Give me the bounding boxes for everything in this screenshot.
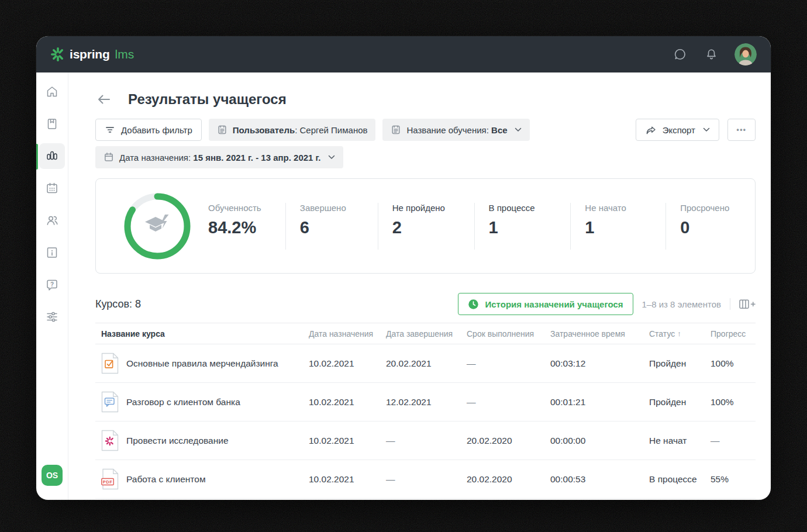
clock-icon — [468, 299, 479, 310]
ispring-asterisk-icon — [50, 47, 65, 62]
reports-icon — [45, 149, 59, 163]
book-icon — [45, 117, 59, 131]
clipboard-icon — [217, 125, 227, 135]
sidebar-item-users[interactable] — [39, 208, 65, 233]
progress-ring — [123, 192, 191, 260]
calendar-small-icon — [104, 152, 114, 163]
sidebar-item-home[interactable] — [39, 79, 65, 105]
date-filter-chip[interactable]: Дата назначения: 15 янв. 2021 г. - 13 ап… — [95, 146, 343, 168]
filter-icon — [105, 125, 115, 135]
columns-plus-icon — [739, 299, 756, 309]
add-filter-button[interactable]: Добавить фильтр — [95, 119, 202, 141]
table-row[interactable]: Разговор с клиентом банка 10.02.2021 12.… — [95, 383, 756, 422]
sidebar-item-settings[interactable] — [39, 304, 65, 330]
sort-asc-icon: ↑ — [677, 329, 681, 338]
calendar-icon — [45, 181, 59, 195]
page-title: Результаты учащегося — [128, 91, 287, 108]
avatar[interactable] — [734, 43, 757, 65]
svg-text:PDF: PDF — [103, 479, 113, 485]
dialog-doc-icon — [101, 391, 119, 413]
home-icon — [45, 85, 59, 99]
status-cell: Пройден — [649, 397, 711, 407]
table-header: Название курса Дата назначения Дата заве… — [95, 323, 756, 344]
back-arrow-icon — [96, 94, 112, 105]
active-indicator — [36, 144, 38, 170]
status-cell: Пройден — [649, 358, 711, 369]
learning-cap-icon — [123, 192, 191, 260]
users-icon — [45, 213, 59, 227]
clipboard-icon — [391, 125, 401, 135]
sliders-icon — [45, 310, 59, 324]
app-window: ispringlms — [36, 36, 771, 500]
user-filter-chip[interactable]: Пользователь: Сергей Пиманов — [209, 119, 376, 141]
help-bubble-icon: ? — [45, 278, 59, 292]
sidebar-item-calendar[interactable] — [39, 175, 65, 201]
export-button[interactable]: Экспорт — [636, 119, 719, 141]
sidebar-item-catalog[interactable] — [39, 240, 65, 265]
table-row[interactable]: PDF Работа с клиентом 10.02.2021 — 20.02… — [95, 460, 756, 499]
pdf-doc-icon: PDF — [101, 468, 119, 490]
stat-in-progress: В процессе 1 — [474, 203, 571, 250]
stats-panel: Обученность 84.2% Завершено 6 Не пройден… — [95, 178, 756, 274]
info-doc-icon — [45, 246, 59, 260]
sidebar-item-reports[interactable] — [39, 143, 65, 169]
chevron-down-icon — [703, 127, 710, 132]
sidebar-item-courses[interactable] — [39, 111, 65, 137]
courses-count: Курсов: 8 — [95, 298, 141, 310]
stat-not-started: Не начато 1 — [570, 203, 665, 250]
bell-icon[interactable] — [703, 47, 719, 62]
app-bar: ispringlms — [36, 36, 771, 72]
product-name: lms — [115, 47, 134, 61]
back-button[interactable] — [95, 91, 113, 108]
quiz-doc-icon — [101, 353, 119, 374]
stat-trained: Обученность 84.2% — [208, 203, 285, 250]
stat-completed: Завершено 6 — [285, 203, 378, 250]
stat-failed: Не пройдено 2 — [378, 203, 474, 250]
assignment-history-button[interactable]: История назначений учащегося — [458, 293, 633, 315]
ispring-doc-icon — [101, 430, 119, 451]
sidebar-item-support[interactable]: ? — [39, 272, 65, 298]
chevron-down-icon — [328, 155, 335, 160]
courses-table: Название курса Дата назначения Дата заве… — [95, 323, 756, 499]
training-filter-chip[interactable]: Название обучения: Все — [382, 119, 529, 141]
more-actions-button[interactable]: ••• — [727, 119, 756, 141]
table-row[interactable]: Основные правила мерчендайзинга 10.02.20… — [95, 344, 756, 383]
stat-overdue: Просрочено 0 — [665, 203, 755, 250]
add-columns-button[interactable] — [739, 299, 756, 309]
divider — [730, 298, 730, 310]
chat-icon[interactable] — [672, 47, 688, 62]
pagination-info: 1–8 из 8 элементов — [642, 299, 722, 309]
table-row[interactable]: Провести исследование 10.02.2021 — 20.02… — [95, 422, 756, 460]
brand-name: ispring — [70, 47, 110, 61]
chevron-down-icon — [515, 127, 522, 132]
status-sort-header[interactable]: Статус↑ — [649, 329, 711, 338]
status-cell: Не начат — [649, 436, 711, 446]
user-initials-badge[interactable]: OS — [42, 465, 63, 486]
status-cell: В процессе — [649, 474, 711, 485]
logo: ispringlms — [50, 47, 134, 62]
svg-text:?: ? — [50, 281, 54, 288]
main-content: Результаты учащегося Добавить фильтр Пол… — [68, 72, 771, 500]
export-icon — [645, 125, 657, 135]
sidebar: ? OS — [36, 72, 68, 500]
